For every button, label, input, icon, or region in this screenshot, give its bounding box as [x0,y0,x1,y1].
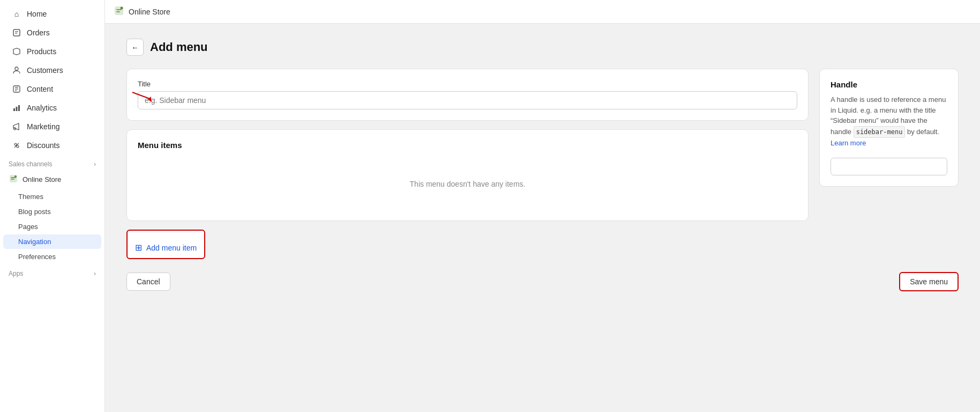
title-field-label: Title [138,80,797,88]
orders-icon [12,28,21,38]
svg-rect-10 [18,105,20,111]
sidebar-item-marketing[interactable]: Marketing [3,117,101,136]
sidebar-item-content-label: Content [27,85,53,93]
svg-point-18 [121,6,123,9]
sidebar-item-customers[interactable]: Customers [3,61,101,79]
title-card: Title menu title here [126,69,809,121]
sidebar-item-online-store[interactable]: Online Store [0,170,104,189]
save-button-container: Save menu [899,272,959,291]
sidebar-item-home[interactable]: Home [3,5,101,23]
cancel-button[interactable]: Cancel [126,273,170,291]
svg-point-13 [17,145,19,148]
svg-rect-9 [16,107,18,111]
apps-section: Apps › [0,264,104,279]
title-input[interactable] [138,91,797,109]
learn-more-link[interactable]: Learn more [831,139,866,147]
apps-chevron[interactable]: › [94,270,96,277]
menu-items-title: Menu items [138,141,797,150]
add-menu-item-dashed-icon: ⊞ [135,242,142,253]
sidebar-item-analytics[interactable]: Analytics [3,99,101,117]
sidebar-item-analytics-label: Analytics [27,104,57,112]
handle-input[interactable] [831,158,947,175]
sidebar-item-orders[interactable]: Orders [3,24,101,42]
sidebar-item-orders-label: Orders [27,28,50,37]
handle-title: Handle [831,80,947,89]
svg-point-12 [14,143,17,145]
sidebar-item-content[interactable]: Content [3,80,101,98]
sidebar-item-products[interactable]: Products [3,42,101,61]
svg-rect-8 [13,108,15,111]
content-area: ← Add menu Title menu title here [105,24,980,412]
sales-channels-chevron[interactable]: › [94,160,96,168]
customers-icon [12,65,21,75]
sales-channels-section: Sales channels › [0,155,104,170]
sidebar-item-discounts[interactable]: Discounts [3,136,101,154]
add-menu-item-button[interactable]: ⊞ Add menu item [128,237,204,258]
home-icon [12,9,21,19]
top-bar: Online Store [105,0,980,24]
discounts-icon [12,141,21,150]
sidebar-sub-item-navigation[interactable]: Navigation [3,234,101,249]
right-column: Handle A handle is used to reference a m… [819,69,959,187]
sidebar-sub-item-blog-posts[interactable]: Blog posts [3,204,101,219]
svg-point-3 [15,67,18,70]
main-content-columns: Title menu title here [126,69,959,259]
analytics-icon [12,103,21,113]
back-button[interactable]: ← [126,39,144,56]
menu-items-card: Menu items This menu doesn't have any it… [126,129,809,221]
sidebar-item-marketing-label: Marketing [27,122,59,131]
sidebar: Home Orders Products Customers Content [0,0,105,412]
sidebar-item-home-label: Home [27,10,47,18]
empty-state-text: This menu doesn't have any items. [138,158,797,210]
online-store-label: Online Store [23,175,61,183]
online-store-topbar-icon [114,5,124,18]
online-store-icon [9,174,18,185]
sidebar-sub-item-themes[interactable]: Themes [3,189,101,204]
products-icon [12,47,21,56]
marketing-icon [12,122,21,131]
handle-description: A handle is used to reference a menu in … [831,94,947,148]
sidebar-sub-item-preferences[interactable]: Preferences [3,249,101,264]
left-column: Title menu title here [126,69,809,259]
svg-rect-0 [13,30,20,36]
content-icon [12,84,21,94]
save-menu-button[interactable]: Save menu [900,273,957,290]
main-area: Online Store ← Add menu Title menu title… [105,0,980,412]
svg-point-11 [14,128,16,130]
sidebar-item-customers-label: Customers [27,66,63,75]
sidebar-item-products-label: Products [27,47,56,56]
sidebar-sub-item-pages[interactable]: Pages [3,219,101,234]
sidebar-item-discounts-label: Discounts [27,141,59,150]
add-menu-item-container: ⊞ Add menu item [126,230,205,259]
handle-code: sidebar-menu [854,126,906,138]
top-bar-title: Online Store [129,8,170,16]
page-title: Add menu [150,40,208,54]
svg-point-16 [14,175,17,178]
footer-actions: Cancel Save menu [126,272,959,291]
page-header: ← Add menu [126,39,959,56]
handle-card: Handle A handle is used to reference a m… [819,69,959,187]
